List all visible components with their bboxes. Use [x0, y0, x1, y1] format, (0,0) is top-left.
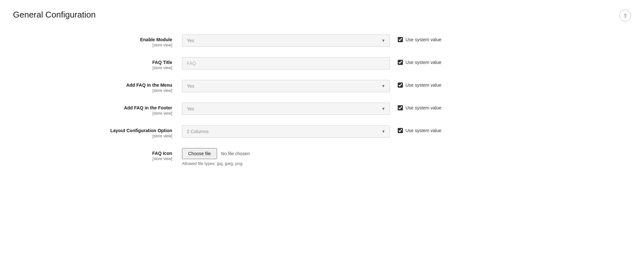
label-col-faq-footer: Add FAQ in the Footer [store view]	[13, 103, 182, 116]
use-system-value-checkbox-faq-footer[interactable]	[398, 105, 403, 110]
use-system-value-label-faq-title: Use system value	[406, 60, 441, 65]
label-enable-module: Enable Module	[13, 37, 172, 42]
label-col-faq-title: FAQ Title [store view]	[13, 57, 182, 70]
form-row-faq-footer: Add FAQ in the Footer [store view] Yes N…	[13, 103, 468, 116]
use-system-value-label-faq-footer: Use system value	[406, 105, 441, 110]
use-system-value-label-enable-module: Use system value	[406, 37, 441, 42]
select-wrapper-faq-footer: Yes No ▼	[182, 103, 390, 115]
system-value-col-layout-config: Use system value	[390, 125, 441, 133]
control-col-faq-title	[182, 57, 390, 69]
form-row-layout-config: Layout Configuration Option [store view]…	[13, 125, 468, 138]
sublabel-faq-title: [store view]	[13, 66, 172, 70]
sublabel-faq-footer: [store view]	[13, 111, 172, 116]
choose-file-button[interactable]: Choose file	[182, 148, 217, 159]
select-wrapper-layout-config: 2 Columns 1 Column 3 Columns ▼	[182, 125, 390, 138]
system-value-col-faq-title: Use system value	[390, 57, 441, 65]
no-file-text: No file chosen	[221, 151, 250, 156]
system-value-col-faq-footer: Use system value	[390, 103, 441, 110]
label-col-faq-icon: FAQ Icon [store view]	[13, 148, 182, 161]
use-system-value-label-layout-config: Use system value	[406, 128, 441, 133]
control-col-layout-config: 2 Columns 1 Column 3 Columns ▼	[182, 125, 390, 138]
allowed-file-types: Allowed file types: jpg, jpeg, png.	[182, 161, 390, 166]
select-layout-config[interactable]: 2 Columns 1 Column 3 Columns	[182, 125, 390, 138]
collapse-button[interactable]: ⇧	[619, 10, 631, 21]
file-input-row: Choose file No file chosen	[182, 148, 390, 159]
label-faq-footer: Add FAQ in the Footer	[13, 105, 172, 110]
control-col-faq-icon: Choose file No file chosen Allowed file …	[182, 148, 390, 166]
select-wrapper-enable-module: Yes No ▼	[182, 34, 390, 47]
use-system-value-checkbox-faq-menu[interactable]	[398, 82, 403, 88]
control-col-faq-menu: Yes No ▼	[182, 80, 390, 92]
control-col-faq-footer: Yes No ▼	[182, 103, 390, 115]
sublabel-faq-menu: [store view]	[13, 88, 172, 93]
system-value-col-enable-module: Use system value	[390, 34, 441, 42]
page-title: General Configuration	[13, 10, 96, 20]
select-faq-menu[interactable]: Yes No	[182, 80, 390, 92]
form-row-enable-module: Enable Module [store view] Yes No ▼ Use …	[13, 34, 468, 47]
form-row-faq-icon: FAQ Icon [store view] Choose file No fil…	[13, 148, 468, 166]
use-system-value-label-faq-menu: Use system value	[406, 82, 441, 88]
input-faq-title[interactable]	[182, 57, 390, 69]
label-col-faq-menu: Add FAQ in the Menu [store view]	[13, 80, 182, 93]
sublabel-faq-icon: [store view]	[13, 157, 172, 161]
control-col-enable-module: Yes No ▼	[182, 34, 390, 47]
label-faq-title: FAQ Title	[13, 60, 172, 65]
select-enable-module[interactable]: Yes No	[182, 34, 390, 47]
page-header: General Configuration ⇧	[13, 10, 631, 21]
label-faq-icon: FAQ Icon	[13, 151, 172, 156]
use-system-value-checkbox-layout-config[interactable]	[398, 128, 403, 133]
form-row-faq-title: FAQ Title [store view] Use system value	[13, 57, 468, 70]
sublabel-layout-config: [store view]	[13, 134, 172, 138]
form-row-faq-menu: Add FAQ in the Menu [store view] Yes No …	[13, 80, 468, 93]
sublabel-enable-module: [store view]	[13, 43, 172, 47]
use-system-value-checkbox-faq-title[interactable]	[398, 60, 403, 65]
form-container: Enable Module [store view] Yes No ▼ Use …	[13, 34, 468, 166]
select-wrapper-faq-menu: Yes No ▼	[182, 80, 390, 92]
label-layout-config: Layout Configuration Option	[13, 128, 172, 133]
label-faq-menu: Add FAQ in the Menu	[13, 82, 172, 88]
system-value-col-faq-menu: Use system value	[390, 80, 441, 88]
use-system-value-checkbox-enable-module[interactable]	[398, 37, 403, 42]
label-col-layout-config: Layout Configuration Option [store view]	[13, 125, 182, 138]
select-faq-footer[interactable]: Yes No	[182, 103, 390, 115]
label-col-enable-module: Enable Module [store view]	[13, 34, 182, 47]
